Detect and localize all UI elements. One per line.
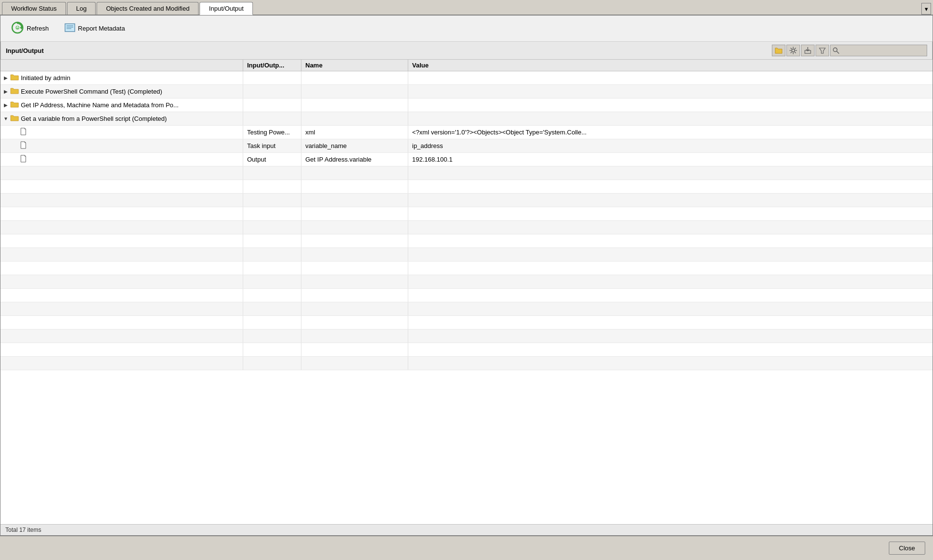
io-cell-6: Task input xyxy=(243,139,301,152)
table-body: ▶ Initiated by admin xyxy=(0,71,933,524)
table-row: Testing Powe... xml <?xml version='1.0'?… xyxy=(0,126,933,139)
value-cell-3 xyxy=(408,99,933,112)
table-header: Input/Outp... Name Value xyxy=(0,60,933,71)
table-row-empty xyxy=(0,234,933,248)
expand-arrow-2[interactable]: ▶ xyxy=(3,89,8,94)
svg-rect-3 xyxy=(65,24,75,32)
tree-cell-1[interactable]: ▶ Initiated by admin xyxy=(0,71,243,84)
folder-icon-4 xyxy=(10,115,19,123)
table-row: ▶ Get IP Address, Machine Name and Metad… xyxy=(0,99,933,112)
table-row-empty xyxy=(0,289,933,302)
doc-icon-7 xyxy=(20,155,27,164)
table-row: ▼ Get a variable from a PowerShell scrip… xyxy=(0,112,933,126)
row-label-1: Initiated by admin xyxy=(21,74,70,82)
doc-icon-5 xyxy=(20,128,27,137)
tree-cell-3[interactable]: ▶ Get IP Address, Machine Name and Metad… xyxy=(0,99,243,112)
col-header-io: Input/Outp... xyxy=(243,60,301,71)
panel-icon-filter[interactable] xyxy=(816,45,829,56)
report-metadata-label: Report Metadata xyxy=(78,25,125,32)
table-row-empty xyxy=(0,180,933,194)
bottom-bar: Close xyxy=(0,536,933,560)
row-label-2: Execute PowerShell Command (Test) (Compl… xyxy=(21,88,162,95)
tab-log[interactable]: Log xyxy=(67,2,96,15)
name-cell-1 xyxy=(301,71,408,84)
row-label-3: Get IP Address, Machine Name and Metadat… xyxy=(21,101,179,109)
panel-icon-folder[interactable] xyxy=(772,45,785,56)
tree-cell-2[interactable]: ▶ Execute PowerShell Command (Test) (Com… xyxy=(0,85,243,98)
table-row-empty xyxy=(0,316,933,329)
value-cell-1 xyxy=(408,71,933,84)
table-row-empty xyxy=(0,221,933,234)
tab-input-output[interactable]: Input/Output xyxy=(200,2,253,15)
table-row-empty xyxy=(0,275,933,289)
name-cell-5: xml xyxy=(301,126,408,139)
tree-cell-5 xyxy=(0,126,243,139)
table-row-empty xyxy=(0,329,933,343)
panel-title: Input/Output xyxy=(6,47,44,54)
value-cell-4 xyxy=(408,112,933,125)
refresh-label: Refresh xyxy=(27,25,49,32)
status-bar: Total 17 items xyxy=(0,524,933,535)
name-cell-4 xyxy=(301,112,408,125)
name-cell-3 xyxy=(301,99,408,112)
folder-icon-1 xyxy=(10,74,19,82)
report-metadata-button[interactable]: Report Metadata xyxy=(62,21,128,35)
value-cell-5: <?xml version='1.0'?><Objects><Object Ty… xyxy=(408,126,933,139)
main-window: Workflow Status Log Objects Created and … xyxy=(0,0,933,560)
name-cell-7: Get IP Address.variable xyxy=(301,153,408,166)
doc-icon-6 xyxy=(20,141,27,150)
panel-icon-gear[interactable] xyxy=(786,45,800,56)
svg-line-11 xyxy=(837,51,839,54)
tree-cell-6 xyxy=(0,139,243,152)
folder-icon-3 xyxy=(10,101,19,109)
name-cell-2 xyxy=(301,85,408,98)
name-cell-6: variable_name xyxy=(301,139,408,152)
io-cell-1 xyxy=(243,71,301,84)
tree-cell-7 xyxy=(0,153,243,166)
tab-objects-created[interactable]: Objects Created and Modified xyxy=(97,2,199,15)
value-cell-6: ip_address xyxy=(408,139,933,152)
col-header-tree xyxy=(0,60,243,71)
table-row: ▶ Initiated by admin xyxy=(0,71,933,85)
table-row-empty xyxy=(0,248,933,262)
svg-point-7 xyxy=(792,49,795,52)
content-area: Refresh Report Metadata Input/Output xyxy=(0,16,933,536)
close-button[interactable]: Close xyxy=(889,542,925,555)
table-row-empty xyxy=(0,166,933,180)
expand-arrow-1[interactable]: ▶ xyxy=(3,76,8,81)
tab-workflow-status[interactable]: Workflow Status xyxy=(2,2,66,15)
table-row-empty xyxy=(0,357,933,370)
svg-marker-1 xyxy=(20,26,22,30)
expand-arrow-4[interactable]: ▼ xyxy=(3,116,8,121)
expand-arrow-3[interactable]: ▶ xyxy=(3,103,8,108)
panel-icon-search[interactable] xyxy=(830,45,927,56)
io-cell-5: Testing Powe... xyxy=(243,126,301,139)
refresh-icon xyxy=(11,21,24,35)
col-header-name: Name xyxy=(301,60,408,71)
table-row: Task input variable_name ip_address xyxy=(0,139,933,153)
table-row: ▶ Execute PowerShell Command (Test) (Com… xyxy=(0,85,933,99)
io-cell-2 xyxy=(243,85,301,98)
value-cell-7: 192.168.100.1 xyxy=(408,153,933,166)
tree-cell-4[interactable]: ▼ Get a variable from a PowerShell scrip… xyxy=(0,112,243,125)
tab-bar: Workflow Status Log Objects Created and … xyxy=(0,0,933,16)
status-text: Total 17 items xyxy=(5,527,41,533)
value-cell-2 xyxy=(408,85,933,98)
panel-icon-export[interactable] xyxy=(801,45,815,56)
refresh-button[interactable]: Refresh xyxy=(8,19,52,37)
toolbar: Refresh Report Metadata xyxy=(0,16,933,42)
table-row-empty xyxy=(0,262,933,275)
io-cell-7: Output xyxy=(243,153,301,166)
report-metadata-icon xyxy=(65,23,75,33)
svg-marker-9 xyxy=(819,48,825,53)
col-header-value: Value xyxy=(408,60,933,71)
io-cell-3 xyxy=(243,99,301,112)
table-row-empty xyxy=(0,343,933,357)
table-row: Output Get IP Address.variable 192.168.1… xyxy=(0,153,933,166)
io-cell-4 xyxy=(243,112,301,125)
folder-icon-2 xyxy=(10,87,19,96)
tab-dropdown[interactable]: ▾ xyxy=(921,3,931,15)
panel-header: Input/Output xyxy=(0,42,933,60)
table-row-empty xyxy=(0,207,933,221)
table-row-empty xyxy=(0,302,933,316)
